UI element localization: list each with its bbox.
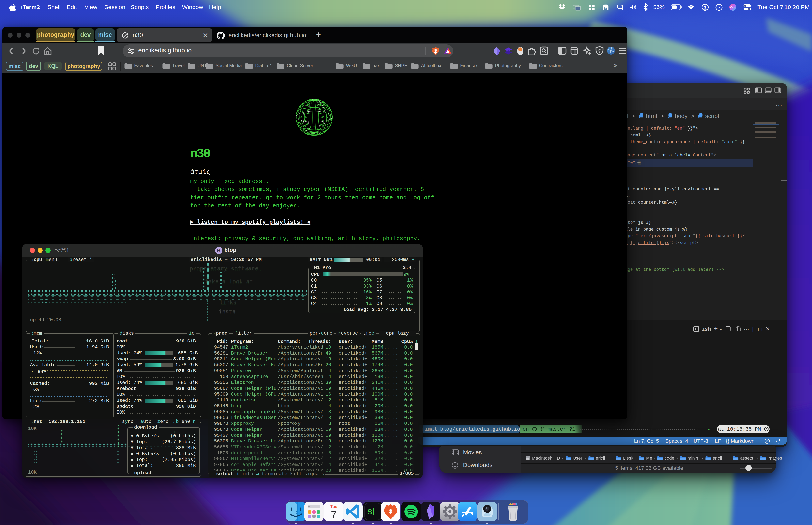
svg-text:7: 7 xyxy=(331,509,337,520)
svg-text:$: $ xyxy=(368,508,372,516)
svg-text:Tue: Tue xyxy=(330,504,337,509)
